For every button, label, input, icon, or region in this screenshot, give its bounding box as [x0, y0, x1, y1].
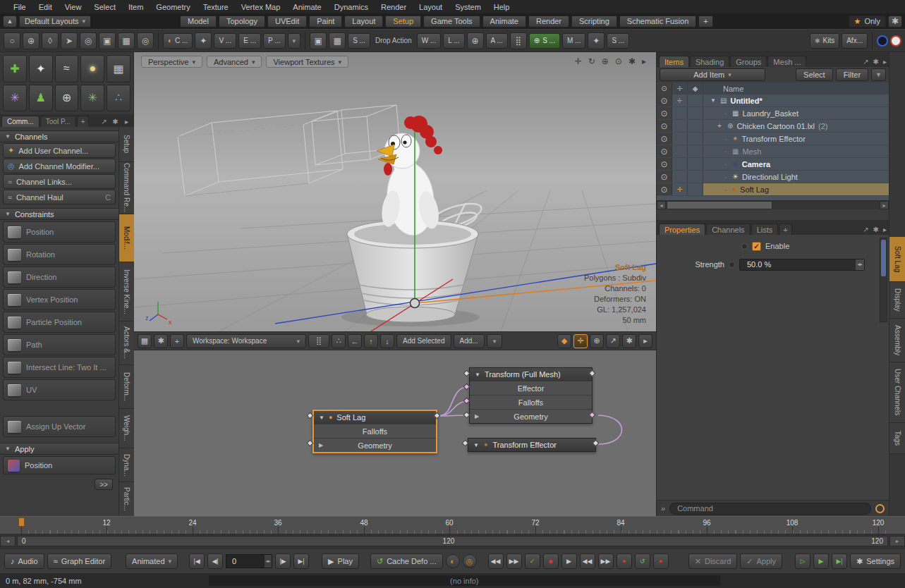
uv-seam-icon[interactable]: ✦: [588, 32, 605, 49]
schematic-gear-icon[interactable]: ✱: [622, 334, 636, 348]
node-header[interactable]: ▼ ● Soft Lag: [314, 411, 436, 424]
scrollbar-thumb[interactable]: [667, 201, 772, 209]
vtab-actors[interactable]: Actors &...: [119, 321, 134, 365]
schematic-canvas[interactable]: ▼ Transform (Full Mesh) Effector Falloff…: [134, 350, 656, 516]
direction-constraint-button[interactable]: Direction: [3, 267, 116, 288]
default-layouts-dropdown[interactable]: Default Layouts ▾: [19, 16, 91, 27]
grid-toggle-icon[interactable]: ▣: [310, 32, 327, 49]
layout-up-icon[interactable]: ▲: [3, 16, 17, 27]
layout-tab-game-tools[interactable]: Game Tools: [423, 16, 480, 27]
previous-key-button[interactable]: ◀|: [207, 553, 223, 569]
layout-tab-topology[interactable]: Topology: [219, 16, 265, 27]
collapse-triangle-icon[interactable]: ▼: [473, 442, 479, 448]
kits-button[interactable]: ✱ Kits: [810, 33, 839, 49]
tab-tool-pipe[interactable]: Tool P...: [40, 116, 76, 127]
node-header[interactable]: ▼ Transform (Full Mesh): [470, 368, 592, 381]
grid-view-icon[interactable]: ⣿: [308, 334, 329, 348]
component-mode-dropdown[interactable]: ◐ C ...: [163, 33, 193, 49]
layout-tab-uvedit[interactable]: UVEdit: [267, 16, 307, 27]
atom-tool-button[interactable]: ✳: [80, 85, 104, 112]
vtab-user-channels[interactable]: User Channels: [889, 362, 905, 423]
axis-icon[interactable]: ⊕: [467, 32, 484, 49]
node-soft-lag[interactable]: ▼ ● Soft Lag Falloffs ▶ Geometry: [312, 410, 437, 453]
snapping-dropdown[interactable]: ⊕ S ...: [529, 33, 560, 49]
particle-position-constraint-button[interactable]: Particle Position: [3, 312, 116, 333]
play-filled-button[interactable]: ▶: [813, 553, 829, 569]
scrollbar-thumb[interactable]: [881, 240, 886, 276]
node-port-geometry[interactable]: ▶ Geometry: [314, 438, 436, 452]
workplane-icon[interactable]: ▦: [329, 32, 346, 49]
pin-cell[interactable]: ✛: [672, 94, 688, 106]
node-transform-effector[interactable]: ▼ ✶ Transform Effector: [468, 438, 596, 452]
selection-set-dropdown[interactable]: S ...: [607, 33, 629, 49]
pause-columns-icon[interactable]: ⣿: [510, 32, 527, 49]
rotation-constraint-button[interactable]: Rotation: [3, 244, 116, 265]
graph-editor-button[interactable]: ≈ Graph Editor: [47, 553, 111, 569]
add-item-tool-button[interactable]: ✚: [3, 55, 27, 82]
cubes-tool-button[interactable]: ▦: [107, 55, 130, 82]
expand-icon[interactable]: ↗: [863, 226, 868, 233]
wave-tool-button[interactable]: ≈: [55, 55, 79, 82]
pin-cell[interactable]: ✛: [672, 183, 688, 195]
only-toggle-button[interactable]: ★ Only: [849, 16, 887, 27]
layout-tab-scripting[interactable]: Scripting: [571, 16, 617, 27]
item-row-chicken-cartoon[interactable]: ⊙ + ⊕ Chicken Cartoon 01.lxl (2): [657, 120, 889, 133]
range-slider[interactable]: 0 120 120: [17, 536, 888, 546]
settings-button[interactable]: ✱ Settings: [850, 553, 901, 569]
item-row-soft-lag[interactable]: ⊙ ✛ · ● Soft Lag: [657, 183, 889, 196]
channel-links-button[interactable]: ≈ Channel Links...: [3, 174, 116, 189]
visibility-eye-icon[interactable]: ⊙: [657, 120, 672, 132]
align-dots-icon[interactable]: ∴: [332, 334, 346, 348]
key-delete-icon[interactable]: ●: [617, 553, 632, 569]
mode-extra-dropdown[interactable]: ▾: [288, 33, 301, 49]
palette-icon[interactable]: ▦: [138, 334, 152, 348]
circle-select-icon[interactable]: ◎: [137, 32, 154, 49]
add-layout-tab-button[interactable]: +: [698, 16, 712, 27]
expand-icon[interactable]: ↗: [863, 58, 868, 66]
channels-section-header[interactable]: ▼ Channels: [0, 130, 119, 142]
menu-item-item[interactable]: Item: [122, 3, 150, 11]
play-to-end-button[interactable]: ▶|: [832, 553, 847, 569]
camera-view-dropdown[interactable]: Perspective ▾: [141, 56, 202, 68]
layout-tab-setup[interactable]: Setup: [385, 16, 421, 27]
item-row-mesh[interactable]: ⊙ · ▦ Mesh: [657, 145, 889, 158]
3d-viewport[interactable]: z x Perspective ▾ Advanced ▾ Viewport Te…: [134, 52, 656, 331]
expander-plus-icon[interactable]: +: [717, 122, 724, 130]
visibility-eye-icon[interactable]: ⊙: [657, 145, 672, 157]
time-clock2-icon[interactable]: ◎: [463, 554, 477, 568]
channel-knob-icon[interactable]: [729, 262, 735, 268]
menu-item-edit[interactable]: Edit: [32, 3, 59, 11]
vtab-setup[interactable]: Setup: [119, 127, 134, 162]
menu-item-layout[interactable]: Layout: [413, 3, 449, 11]
add-tab-button[interactable]: +: [779, 223, 791, 235]
visibility-eye-icon[interactable]: ⊙: [615, 56, 622, 66]
panel-menu-icon[interactable]: ▸: [121, 116, 132, 127]
visibility-eye-icon[interactable]: ⊙: [657, 133, 672, 145]
sphere-cage-tool-button[interactable]: ⊕: [55, 85, 79, 112]
light-tool-button[interactable]: ●: [80, 55, 104, 82]
tab-groups[interactable]: Groups: [730, 56, 767, 67]
expand-panel-icon[interactable]: ↗: [99, 116, 109, 127]
tab-mesh-ops[interactable]: Mesh ...: [767, 56, 806, 67]
panel-gear-icon[interactable]: ✱: [873, 58, 879, 66]
visibility-eye-icon[interactable]: ⊙: [657, 171, 672, 183]
loop-start-button[interactable]: ◀◀: [580, 553, 595, 569]
apply-button[interactable]: ✓ Apply: [740, 553, 782, 569]
expander-icon[interactable]: ▼: [710, 97, 717, 104]
pin-icon[interactable]: ✛: [573, 334, 588, 348]
layout-tab-layout[interactable]: Layout: [344, 16, 383, 27]
vertex-position-constraint-button[interactable]: Vertex Position: [3, 289, 116, 310]
vtab-assembly[interactable]: Assembly: [889, 319, 905, 362]
workplane-dropdown[interactable]: W ...: [417, 33, 442, 49]
tab-properties[interactable]: Properties: [659, 223, 705, 235]
constraints-section-header[interactable]: ▼ Constraints: [0, 208, 119, 220]
vtab-weights[interactable]: Weigh...: [119, 409, 134, 448]
menu-item-texture[interactable]: Texture: [197, 3, 235, 11]
panel-gear-icon[interactable]: ✱: [873, 226, 879, 233]
cache-deformers-button[interactable]: ↺ Cache Defo ...: [370, 553, 443, 569]
menu-item-help[interactable]: Help: [487, 3, 516, 11]
add-user-channel-button[interactable]: ✦ Add User Channel...: [3, 143, 116, 158]
vtab-modifiers[interactable]: Modif...: [119, 214, 134, 262]
visibility-eye-icon[interactable]: ⊙: [657, 183, 672, 195]
burst-tool-button[interactable]: ✳: [3, 85, 27, 112]
